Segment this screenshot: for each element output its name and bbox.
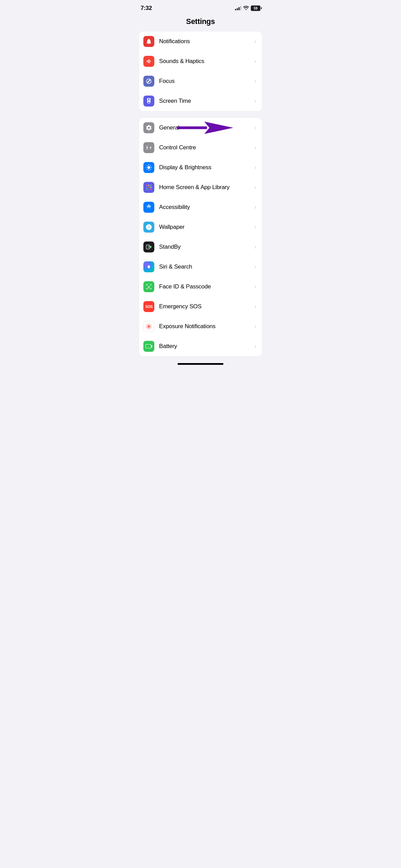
- general-icon: [143, 122, 154, 133]
- settings-item-siri[interactable]: Siri & Search ›: [139, 257, 262, 277]
- focus-label: Focus: [159, 78, 252, 85]
- settings-item-display-brightness[interactable]: Display & Brightness ›: [139, 158, 262, 177]
- svg-rect-8: [146, 185, 147, 186]
- settings-item-general[interactable]: General ›: [139, 118, 262, 138]
- battery-label: Battery: [159, 343, 252, 350]
- svg-point-21: [146, 227, 148, 228]
- control-centre-chevron: ›: [255, 145, 256, 151]
- wifi-icon: [243, 6, 249, 11]
- accessibility-chevron: ›: [255, 204, 256, 210]
- settings-item-focus[interactable]: Focus ›: [139, 71, 262, 91]
- svg-rect-13: [150, 187, 151, 188]
- home-indicator: [178, 363, 223, 365]
- signal-icon: [235, 6, 241, 10]
- emergency-sos-label: Emergency SOS: [159, 303, 252, 310]
- wallpaper-label: Wallpaper: [159, 224, 252, 231]
- display-brightness-icon: [143, 162, 154, 173]
- focus-chevron: ›: [255, 78, 256, 84]
- wallpaper-chevron: ›: [255, 224, 256, 230]
- exposure-icon: [143, 321, 154, 332]
- standby-icon: [143, 241, 154, 252]
- notifications-icon: [143, 36, 154, 47]
- settings-group-1: Notifications › Sounds & Haptics › Focus…: [139, 32, 262, 111]
- settings-item-notifications[interactable]: Notifications ›: [139, 32, 262, 51]
- face-id-icon: [143, 281, 154, 292]
- control-centre-label: Control Centre: [159, 144, 252, 151]
- settings-item-face-id[interactable]: Face ID & Passcode ›: [139, 277, 262, 297]
- svg-point-31: [148, 266, 149, 267]
- svg-rect-16: [150, 189, 151, 190]
- display-brightness-label: Display & Brightness: [159, 164, 252, 171]
- battery-status-icon: 59: [251, 5, 260, 11]
- notifications-label: Notifications: [159, 38, 252, 45]
- settings-item-standby[interactable]: StandBy ›: [139, 237, 262, 257]
- svg-point-3: [150, 147, 151, 148]
- status-bar: 7:32 59: [134, 0, 267, 14]
- svg-rect-37: [146, 345, 151, 348]
- face-id-chevron: ›: [255, 284, 256, 290]
- settings-item-wallpaper[interactable]: Wallpaper ›: [139, 217, 262, 237]
- page-title: Settings: [134, 14, 267, 32]
- screen-time-label: Screen Time: [159, 98, 252, 104]
- svg-rect-5: [146, 149, 147, 149]
- sounds-chevron: ›: [255, 58, 256, 64]
- standby-chevron: ›: [255, 244, 256, 250]
- settings-item-screen-time[interactable]: Screen Time ›: [139, 91, 262, 111]
- svg-rect-36: [151, 345, 152, 347]
- home-screen-chevron: ›: [255, 184, 256, 190]
- control-centre-icon: [143, 142, 154, 153]
- svg-point-32: [147, 325, 150, 327]
- exposure-label: Exposure Notifications: [159, 323, 252, 330]
- settings-item-sounds[interactable]: Sounds & Haptics ›: [139, 51, 262, 71]
- sounds-icon: [143, 56, 154, 67]
- settings-item-emergency-sos[interactable]: SOS Emergency SOS ›: [139, 297, 262, 317]
- notifications-chevron: ›: [255, 38, 256, 45]
- screen-time-chevron: ›: [255, 98, 256, 104]
- siri-label: Siri & Search: [159, 263, 252, 270]
- svg-rect-14: [146, 189, 147, 190]
- siri-icon: [143, 261, 154, 272]
- status-time: 7:32: [141, 5, 152, 12]
- standby-label: StandBy: [159, 244, 252, 250]
- battery-icon: [143, 341, 154, 352]
- settings-item-control-centre[interactable]: Control Centre ›: [139, 138, 262, 158]
- settings-item-home-screen[interactable]: Home Screen & App Library ›: [139, 177, 262, 197]
- settings-item-battery[interactable]: Battery ›: [139, 336, 262, 356]
- svg-rect-7: [150, 149, 151, 149]
- sounds-label: Sounds & Haptics: [159, 58, 252, 65]
- svg-rect-4: [146, 146, 147, 147]
- svg-rect-12: [148, 187, 149, 188]
- svg-point-20: [148, 228, 150, 230]
- emergency-sos-chevron: ›: [255, 303, 256, 310]
- svg-point-18: [148, 226, 150, 228]
- emergency-sos-icon: SOS: [143, 301, 154, 312]
- svg-point-22: [150, 227, 152, 228]
- svg-rect-6: [150, 146, 151, 147]
- settings-group-2: General › Control Centre › Dis: [139, 118, 262, 356]
- face-id-label: Face ID & Passcode: [159, 283, 252, 290]
- settings-item-accessibility[interactable]: Accessibility ›: [139, 197, 262, 217]
- svg-rect-15: [148, 189, 149, 190]
- svg-point-19: [148, 225, 150, 226]
- home-screen-label: Home Screen & App Library: [159, 184, 252, 191]
- siri-chevron: ›: [255, 264, 256, 270]
- display-brightness-chevron: ›: [255, 164, 256, 171]
- accessibility-icon: [143, 202, 154, 213]
- accessibility-label: Accessibility: [159, 204, 252, 211]
- exposure-chevron: ›: [255, 323, 256, 330]
- svg-rect-11: [146, 187, 147, 188]
- screen-time-icon: [143, 96, 154, 107]
- home-screen-icon: [143, 182, 154, 193]
- general-chevron: ›: [255, 125, 256, 131]
- general-label: General: [159, 124, 252, 131]
- svg-point-2: [146, 147, 148, 148]
- battery-chevron: ›: [255, 343, 256, 349]
- svg-rect-10: [150, 185, 151, 186]
- focus-icon: [143, 76, 154, 87]
- wallpaper-icon: [143, 222, 154, 233]
- settings-item-exposure[interactable]: Exposure Notifications ›: [139, 317, 262, 336]
- status-icons: 59: [235, 5, 260, 11]
- svg-rect-9: [148, 185, 149, 186]
